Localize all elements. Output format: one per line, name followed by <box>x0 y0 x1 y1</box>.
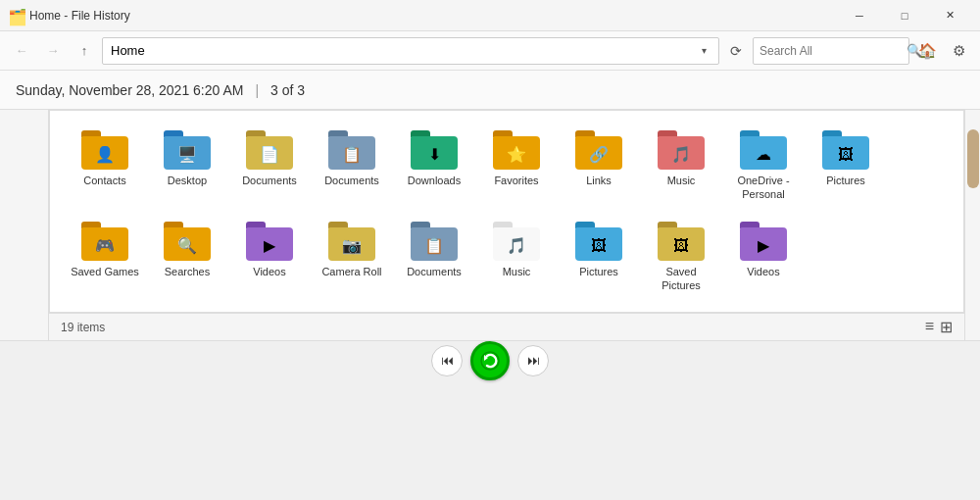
folder-icon: 🖼 <box>575 222 622 261</box>
folder-item-contacts[interactable]: 👤 Contacts <box>66 123 144 210</box>
folder-icon: ▶ <box>740 222 787 261</box>
folder-icon: 🖼 <box>658 222 705 261</box>
folder-body: 📋 <box>411 227 458 261</box>
folder-item-pictures[interactable]: 🖼 Pictures <box>807 123 885 210</box>
list-view-icon[interactable]: ≡ <box>925 318 934 336</box>
folder-item-downloads[interactable]: ⬇ Downloads <box>395 123 473 210</box>
folder-item-pictures2[interactable]: 🖼 Pictures <box>560 214 638 301</box>
status-bar: 19 items ≡ ⊞ <box>49 313 964 340</box>
folder-body: ▶ <box>246 227 293 261</box>
folder-emblem: 🎵 <box>507 238 526 254</box>
folder-icon: 👤 <box>81 130 128 170</box>
folder-icon: ☁ <box>740 130 787 170</box>
play-icon <box>480 351 500 371</box>
refresh-button[interactable]: ⟳ <box>723 38 749 64</box>
folder-item-cameraroll[interactable]: 📷 Camera Roll <box>313 214 391 301</box>
up-button[interactable]: ↑ <box>71 37 98 65</box>
date-time: Sunday, November 28, 2021 6:20 AM <box>16 82 243 98</box>
folder-body: 🖼 <box>575 227 622 261</box>
address-input[interactable] <box>111 43 698 58</box>
view-icons: ≡ ⊞ <box>925 318 953 336</box>
separator: | <box>255 82 259 98</box>
grid-view-icon[interactable]: ⊞ <box>940 318 953 336</box>
home-button[interactable]: 🏠 <box>913 37 941 65</box>
folder-item-searches[interactable]: 🔍 Searches <box>148 214 226 301</box>
restore-button[interactable]: □ <box>882 0 927 31</box>
folder-icon: 🎵 <box>493 222 540 261</box>
folder-emblem: 🖥️ <box>177 147 197 163</box>
address-bar[interactable]: ▾ <box>102 37 719 65</box>
title-bar-text: Home - File History <box>29 9 837 23</box>
folder-body: 🔍 <box>164 227 211 261</box>
forward-button[interactable]: → <box>39 37 67 65</box>
folder-item-favorites[interactable]: ⭐ Favorites <box>477 123 556 210</box>
folder-label: Desktop <box>168 174 207 187</box>
folder-label: Videos <box>747 265 779 278</box>
folder-label: Favorites <box>494 174 538 187</box>
settings-button[interactable]: ⚙ <box>945 37 972 65</box>
folder-body: ⬇ <box>411 136 458 170</box>
folder-icon: 📄 <box>246 130 293 170</box>
folder-icon: ▶ <box>246 222 293 261</box>
folder-emblem: ▶ <box>264 238 275 254</box>
folder-label: OneDrive - Personal <box>728 174 799 202</box>
next-button[interactable]: ⏭ <box>517 345 549 376</box>
search-bar[interactable]: 🔍 <box>753 37 909 65</box>
folder-body: 📷 <box>328 227 375 261</box>
folder-item-videos2[interactable]: ▶ Videos <box>724 214 803 301</box>
folder-item-links[interactable]: 🔗 Links <box>560 123 638 210</box>
folder-item-documents2[interactable]: 📋 Documents <box>313 123 391 210</box>
folder-item-music2[interactable]: 🎵 Music <box>477 214 556 301</box>
back-button[interactable]: ← <box>8 37 35 65</box>
folder-emblem: 🎵 <box>671 147 691 163</box>
folder-label: Documents <box>407 265 462 278</box>
folder-item-savedpictures[interactable]: 🖼 Saved Pictures <box>642 214 720 301</box>
folder-emblem: 📋 <box>424 238 444 254</box>
folder-icon: 📋 <box>411 222 458 261</box>
scrollbar[interactable] <box>964 110 980 340</box>
middle-section: 👤 Contacts 🖥️ Desktop 📄 Documents 📋 Docu… <box>0 110 980 340</box>
folder-body: 📋 <box>328 136 375 170</box>
folder-emblem: 👤 <box>95 147 115 163</box>
folder-label: Documents <box>324 174 379 187</box>
folder-item-documents3[interactable]: 📋 Documents <box>395 214 473 301</box>
search-input[interactable] <box>760 44 906 58</box>
folder-emblem: ⭐ <box>507 147 526 163</box>
folder-item-videos[interactable]: ▶ Videos <box>230 214 309 301</box>
folder-item-documents1[interactable]: 📄 Documents <box>230 123 309 210</box>
folder-emblem: 📄 <box>260 147 279 163</box>
folder-label: Music <box>667 174 696 187</box>
folder-icon: 📋 <box>328 130 375 170</box>
folder-body: ▶ <box>740 227 787 261</box>
folder-emblem: 🖼 <box>591 238 607 254</box>
minimize-button[interactable]: ─ <box>837 0 882 31</box>
folder-body: 📄 <box>246 136 293 170</box>
folder-body: 🎵 <box>493 227 540 261</box>
file-grid: 👤 Contacts 🖥️ Desktop 📄 Documents 📋 Docu… <box>66 123 948 300</box>
sidebar <box>0 110 49 340</box>
playback-bar: ⏮ ⏭ <box>0 340 980 379</box>
folder-icon: 🖥️ <box>164 130 211 170</box>
app-icon: 🗂️ <box>8 8 24 24</box>
folder-icon: 🔍 <box>164 222 211 261</box>
folder-body: 🔗 <box>575 136 622 170</box>
folder-label: Camera Roll <box>321 265 381 278</box>
address-dropdown-icon[interactable]: ▾ <box>698 45 710 56</box>
folder-emblem: 📷 <box>342 238 362 254</box>
play-button[interactable] <box>470 341 510 380</box>
folder-emblem: ⬇ <box>428 147 441 163</box>
folder-item-savedgames[interactable]: 🎮 Saved Games <box>66 214 144 301</box>
folder-label: Links <box>586 174 612 187</box>
folder-icon: 🔗 <box>575 130 622 170</box>
folder-body: 🎮 <box>81 227 128 261</box>
folder-item-desktop[interactable]: 🖥️ Desktop <box>148 123 226 210</box>
folder-label: Contacts <box>83 174 125 187</box>
folder-label: Music <box>503 265 531 278</box>
close-button[interactable]: ✕ <box>927 0 972 31</box>
folder-emblem: 🔗 <box>589 147 609 163</box>
folder-item-onedrive[interactable]: ☁ OneDrive - Personal <box>724 123 803 210</box>
scrollbar-thumb[interactable] <box>967 129 979 188</box>
prev-button[interactable]: ⏮ <box>431 345 463 376</box>
title-bar: 🗂️ Home - File History ─ □ ✕ <box>0 0 980 31</box>
folder-item-music[interactable]: 🎵 Music <box>642 123 720 210</box>
